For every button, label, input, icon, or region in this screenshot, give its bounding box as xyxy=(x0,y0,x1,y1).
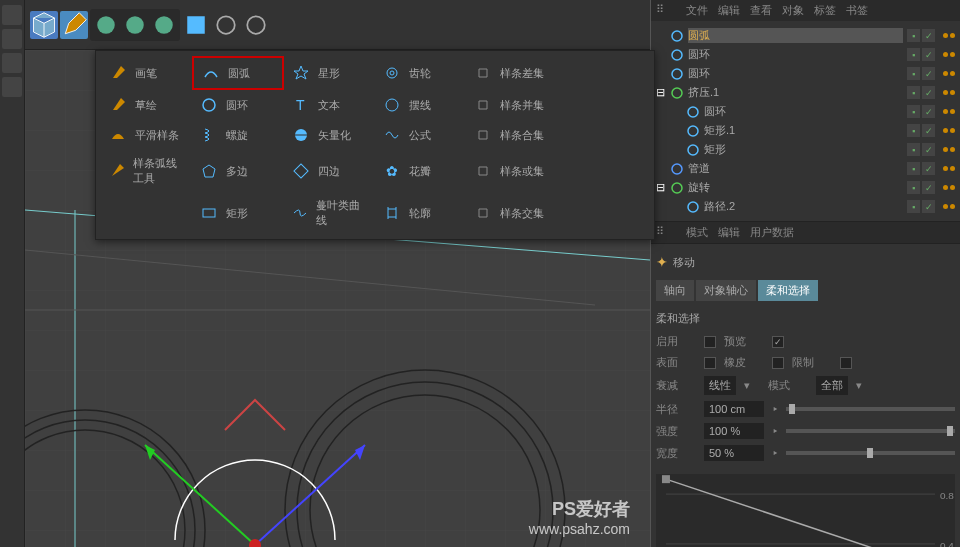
spline-item-text[interactable]: T文本 xyxy=(284,90,375,120)
spline-item-cycloid[interactable]: 摆线 xyxy=(375,90,466,120)
width-input[interactable]: 50 % xyxy=(704,445,764,461)
graph-label-1: 0.8 xyxy=(940,490,954,501)
spline-item-star[interactable]: 星形 xyxy=(284,56,375,90)
sidebar-tool-1[interactable] xyxy=(2,5,22,25)
spline-item-vectorize[interactable]: 矢量化 xyxy=(284,120,375,150)
object-tree[interactable]: 圆弧▪✓圆环▪✓圆环▪✓⊟挤压.1▪✓圆环▪✓矩形.1▪✓矩形▪✓管道▪✓⊟旋转… xyxy=(651,21,960,221)
object-panel-tabs: ⠿ 文件 编辑 查看 对象 标签 书签 xyxy=(651,0,960,21)
tree-item[interactable]: 矩形.1▪✓ xyxy=(656,121,955,140)
strength-input[interactable]: 100 % xyxy=(704,423,764,439)
attr-sub-tabs: 轴向 对象轴心 柔和选择 xyxy=(656,280,955,301)
tool-d[interactable] xyxy=(182,11,210,39)
tree-item[interactable]: ⊟挤压.1▪✓ xyxy=(656,83,955,102)
left-tool-sidebar xyxy=(0,0,25,547)
spline-pen-button[interactable] xyxy=(60,11,88,39)
bool-union-icon xyxy=(474,96,492,114)
generic-icon xyxy=(92,11,120,39)
spline-item-gear[interactable]: 齿轮 xyxy=(375,56,466,90)
attr-tab-userdata[interactable]: 用户数据 xyxy=(750,225,794,240)
tree-item[interactable]: 圆弧▪✓ xyxy=(656,26,955,45)
sidebar-tool-2[interactable] xyxy=(2,29,22,49)
tool-c[interactable] xyxy=(150,11,178,39)
spline-item-quad[interactable]: 四边 xyxy=(284,150,375,192)
spline-item-bool-sub[interactable]: 样条差集 xyxy=(466,56,557,90)
spline-item-flower[interactable]: ✿花瓣 xyxy=(375,150,466,192)
svg-point-35 xyxy=(688,126,698,136)
spline-item-bool-int[interactable]: 样条交集 xyxy=(466,192,557,234)
spline-item-profile[interactable]: 轮廓 xyxy=(375,192,466,234)
surface-checkbox[interactable] xyxy=(704,357,716,369)
svg-text:T: T xyxy=(296,97,305,113)
limit-checkbox[interactable] xyxy=(840,357,852,369)
tab-file[interactable]: 文件 xyxy=(686,3,708,18)
bool-and-icon xyxy=(474,126,492,144)
tab-tags[interactable]: 标签 xyxy=(814,3,836,18)
tab-soft-select[interactable]: 柔和选择 xyxy=(758,280,818,301)
tree-item[interactable]: 矩形▪✓ xyxy=(656,140,955,159)
bool-sub-icon xyxy=(474,64,492,82)
tab-object[interactable]: 对象 xyxy=(782,3,804,18)
spline-item-arc-tool[interactable]: 样条弧线工具 xyxy=(101,150,192,192)
mode-dropdown[interactable]: 全部 xyxy=(816,376,848,395)
strength-label: 强度 xyxy=(656,424,696,439)
attr-tab-mode[interactable]: 模式 xyxy=(686,225,708,240)
falloff-graph[interactable]: 0.8 0.4 xyxy=(656,474,955,547)
tree-item[interactable]: 管道▪✓ xyxy=(656,159,955,178)
spline-item-pen[interactable]: 画笔 xyxy=(101,56,192,90)
spline-item-cissoid[interactable]: 蔓叶类曲线 xyxy=(284,192,375,234)
enable-checkbox[interactable] xyxy=(704,336,716,348)
falloff-dropdown[interactable]: 线性 xyxy=(704,376,736,395)
spline-item-bool-union[interactable]: 样条并集 xyxy=(466,90,557,120)
tree-item[interactable]: 圆环▪✓ xyxy=(656,102,955,121)
radius-slider[interactable] xyxy=(786,407,955,411)
tool-f[interactable] xyxy=(242,11,270,39)
sidebar-tool-3[interactable] xyxy=(2,53,22,73)
flower-icon: ✿ xyxy=(383,162,401,180)
svg-rect-27 xyxy=(294,164,308,178)
cube-primitive-button[interactable] xyxy=(30,11,58,39)
smooth-icon xyxy=(109,126,127,144)
tool-group-1 xyxy=(90,9,180,41)
spline-item-sketch[interactable]: 草绘 xyxy=(101,90,192,120)
tool-e[interactable] xyxy=(212,11,240,39)
spline-item-circle[interactable]: 圆环 xyxy=(192,90,283,120)
svg-point-21 xyxy=(387,68,397,78)
svg-point-38 xyxy=(672,183,682,193)
tree-item[interactable]: 圆环▪✓ xyxy=(656,45,955,64)
preview-checkbox[interactable] xyxy=(772,336,784,348)
enable-label: 启用 xyxy=(656,334,696,349)
width-slider[interactable] xyxy=(786,451,955,455)
tool-b[interactable] xyxy=(121,11,149,39)
spline-item-polygon[interactable]: 多边 xyxy=(192,150,283,192)
tab-edit[interactable]: 编辑 xyxy=(718,3,740,18)
attribute-panel: ✦ 移动 轴向 对象轴心 柔和选择 柔和选择 启用 预览 表面 橡皮 限制 xyxy=(651,244,960,547)
width-label: 宽度 xyxy=(656,446,696,461)
svg-rect-29 xyxy=(203,209,215,217)
tab-view[interactable]: 查看 xyxy=(750,3,772,18)
radius-input[interactable]: 100 cm xyxy=(704,401,764,417)
spline-item-rect[interactable]: 矩形 xyxy=(192,192,283,234)
spline-item-bool-or[interactable]: 样条或集 xyxy=(466,150,557,192)
sidebar-tool-4[interactable] xyxy=(2,77,22,97)
svg-rect-43 xyxy=(662,475,670,483)
tab-bookmarks[interactable]: 书签 xyxy=(846,3,868,18)
tab-axis[interactable]: 轴向 xyxy=(656,280,694,301)
tree-item[interactable]: 路径.2▪✓ xyxy=(656,197,955,216)
pen-icon xyxy=(60,11,88,39)
tool-a[interactable] xyxy=(92,11,120,39)
eraser-checkbox[interactable] xyxy=(772,357,784,369)
spline-item-bool-and[interactable]: 样条合集 xyxy=(466,120,557,150)
spline-item-smooth[interactable]: 平滑样条 xyxy=(101,120,192,150)
svg-line-42 xyxy=(666,479,935,547)
tree-item[interactable]: 圆环▪✓ xyxy=(656,64,955,83)
spline-item-formula[interactable]: 公式 xyxy=(375,120,466,150)
tab-object-axis[interactable]: 对象轴心 xyxy=(696,280,756,301)
spline-item-helix[interactable]: 螺旋 xyxy=(192,120,283,150)
svg-point-4 xyxy=(217,16,235,34)
attr-tab-edit[interactable]: 编辑 xyxy=(718,225,740,240)
strength-slider[interactable] xyxy=(786,429,955,433)
spline-item-arc[interactable]: 圆弧 xyxy=(192,56,283,90)
center-area: 画笔 圆弧 星形 齿轮 样条差集 草绘 圆环 T文本 摆线 样条并集 平滑样条 … xyxy=(25,0,650,547)
svg-point-1 xyxy=(126,16,144,34)
tree-item[interactable]: ⊟旋转▪✓ xyxy=(656,178,955,197)
